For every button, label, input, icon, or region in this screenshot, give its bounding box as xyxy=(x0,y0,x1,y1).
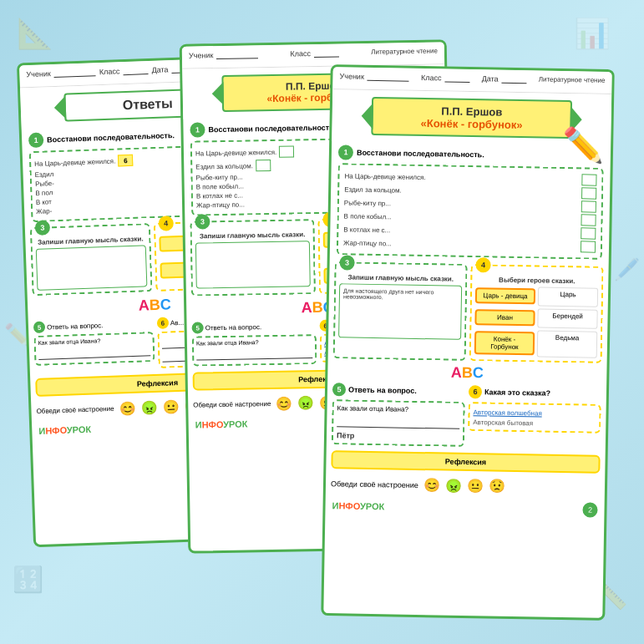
card2-class-line xyxy=(314,49,339,58)
card2-header-row: Ученик Класс Литературное чтение xyxy=(189,47,438,59)
card3-heroes-grid: Царь - девица Царь Иван Берендей Конёк -… xyxy=(474,286,598,358)
card3-abc: ABC xyxy=(327,362,606,384)
card3-section3: 3 Запиши главную мысль сказки. Для насто… xyxy=(333,261,468,361)
card3-logo-urok: УРОК xyxy=(360,501,385,512)
card3-hero-ivan[interactable]: Иван xyxy=(474,309,535,326)
card3-sec6-title: Какая это сказка? xyxy=(484,388,550,397)
card2-restore-label: Восстанови последовательность. xyxy=(208,124,336,134)
card3-main-idea-text: Для настоящего друга нет ничего невозмож… xyxy=(343,287,434,300)
card3-emoji-1: 😊 xyxy=(423,477,440,493)
card3-radio-2[interactable]: Авторская бытовая xyxy=(473,418,596,428)
card2-seq-text-0: На Царь-девице женился. xyxy=(195,148,276,157)
card3-num-1: 1 xyxy=(338,145,353,160)
card3-header-row: Ученик Класс Дата Литературное чтение xyxy=(339,72,605,85)
card3-ribbon: П.П. Ершов «Конёк - горбунок» xyxy=(371,97,572,139)
card3-sec5-num: 5 xyxy=(332,383,346,396)
card3-title-box: П.П. Ершов «Конёк - горбунок» xyxy=(371,97,572,139)
card1-abc-c: C xyxy=(160,296,171,312)
card2-subject-label: Литературное чтение xyxy=(371,47,438,56)
bg-deco-1: 📐 xyxy=(17,17,53,51)
card3-title-line2: «Конёк - горбунок» xyxy=(384,116,558,132)
card2-class-label: Класс xyxy=(290,49,311,58)
card3-seq-ans-1[interactable] xyxy=(581,187,596,199)
card3-emoji-4: 😟 xyxy=(489,478,505,494)
card3-hero-tsardevitsa[interactable]: Царь - девица xyxy=(475,287,535,304)
card3-mascot: ✏️ xyxy=(562,125,605,165)
card1-logo: ИНФОУРОК xyxy=(38,424,91,436)
card1-emoji-1: 😊 xyxy=(119,400,136,417)
card2-section3: 3 Запиши главную мысль сказки. xyxy=(190,219,316,297)
card3-student-field: Ученик xyxy=(339,72,409,81)
card2-student-field: Ученик xyxy=(189,50,259,59)
card3-radio-1[interactable]: Авторская волшебная xyxy=(473,408,596,418)
card1-sec3-num: 3 xyxy=(35,220,51,236)
card3-seq-text-3: В поле кобыл... xyxy=(344,212,579,224)
card3-seq-ans-2[interactable] xyxy=(581,200,596,212)
card2-sec3-num: 3 xyxy=(195,214,210,229)
card3-seq-ans-0[interactable] xyxy=(581,174,596,185)
card3-logo-rest: НФО xyxy=(338,500,360,510)
card1-seq-answer-0: 6 xyxy=(118,155,133,167)
card3-seq-text-0: На Царь-девице женился. xyxy=(344,172,579,184)
card3-sec5-header: 5 Ответь на вопрос. xyxy=(332,383,465,398)
card3-hero-vedma[interactable]: Ведьма xyxy=(537,330,598,357)
card3-seq-ans-3[interactable] xyxy=(581,214,596,226)
card3-seq-ans-5[interactable] xyxy=(581,241,596,252)
card2-seq-ans-1 xyxy=(256,160,271,171)
card3-logo-bar: ИНФОУРОК 2 xyxy=(325,494,604,521)
card1-sec6-num: 6 xyxy=(157,317,169,328)
card2-logo: ИНФОУРОК xyxy=(195,418,248,429)
card2-question1: Как звали отца Ивана? xyxy=(196,338,312,346)
card3-seq-5: Жар-птицу по... xyxy=(343,236,596,252)
bg-deco-6: 🖊️ xyxy=(614,257,640,281)
card3-hero-berend[interactable]: Берендей xyxy=(537,308,597,328)
card2-mood-label: Обведи своё настроение xyxy=(193,400,271,409)
card3-sec6-box: Авторская волшебная Авторская бытовая xyxy=(468,402,601,434)
card2-student-label: Ученик xyxy=(189,51,214,60)
card2-seq-text-2: Рыбе-киту пр... xyxy=(195,174,242,182)
card1-seq-text-2: Рыбе- xyxy=(35,180,54,188)
card3-student-line xyxy=(368,73,409,82)
card2-seq-text-4: В котлах не с... xyxy=(196,192,243,200)
card1-num-1: 1 xyxy=(28,133,44,149)
card1-sec3-title: Запиши главную мысль сказки. xyxy=(35,235,145,246)
card2-logo-urok: УРОК xyxy=(223,418,248,429)
card3-seq-text-5: Жар-птицу по... xyxy=(343,239,578,251)
card1-sec5-header: 5 Ответь на вопрос. xyxy=(33,317,154,333)
bg-deco-3: 🔢 xyxy=(13,565,43,594)
card3-sections-5-6: 5 Ответь на вопрос. Как звали отца Ивана… xyxy=(332,383,601,452)
card1-seq-text-1: Ездил xyxy=(35,170,54,179)
card3-restore-label: Восстанови последовательность. xyxy=(357,149,484,160)
card3-student-label: Ученик xyxy=(339,72,364,81)
card-filled: Ученик Класс Дата Литературное чтение П.… xyxy=(321,64,614,621)
card1-class-line xyxy=(123,66,148,75)
bg-deco-2: 📊 xyxy=(574,17,611,51)
card3-section5: 5 Ответь на вопрос. Как звали отца Ивана… xyxy=(332,383,465,449)
card3-version-badge: 2 xyxy=(582,502,597,517)
card3-hero-konek[interactable]: Конёк - Горбунок xyxy=(474,331,535,355)
card1-student-field: Ученик xyxy=(26,68,96,79)
card1-abc-a: A xyxy=(138,297,150,313)
card3-date-field: Дата xyxy=(482,74,527,84)
card3-seq-text-2: Рыбе-киту пр... xyxy=(344,199,579,210)
card1-answer-line1 xyxy=(38,344,150,360)
card2-seq-text-1: Ездил за кольцом. xyxy=(195,162,253,170)
card3-seq-ans-4[interactable] xyxy=(581,227,596,239)
card3-main-idea[interactable]: Для настоящего друга нет ничего невозмож… xyxy=(338,283,462,340)
card3-ribbon-left xyxy=(361,103,373,129)
card3-mood-label: Обведи своё настроение xyxy=(331,479,418,489)
card3-subject-label: Литературное чтение xyxy=(539,75,606,84)
card3-hero-tsar[interactable]: Царь xyxy=(538,287,598,307)
card1-seq-text-5: Жар- xyxy=(36,207,52,216)
card3-section4: 4 Выбери героев сказки. Царь - девица Ца… xyxy=(469,264,604,363)
card2-write-area xyxy=(195,241,311,288)
card1-student-line xyxy=(54,68,96,78)
card2-ribbon-left xyxy=(211,82,223,105)
card1-sec5-box: Как звали отца Ивана? xyxy=(33,332,155,366)
card3-abc-b: B xyxy=(462,364,473,381)
card3-class-field: Класс xyxy=(421,74,470,83)
card3-answer1: Пётр xyxy=(337,431,459,442)
card3-sec4-num: 4 xyxy=(475,257,490,272)
card3-date-line xyxy=(502,75,527,84)
card3-emoji-2: 😠 xyxy=(445,478,462,494)
